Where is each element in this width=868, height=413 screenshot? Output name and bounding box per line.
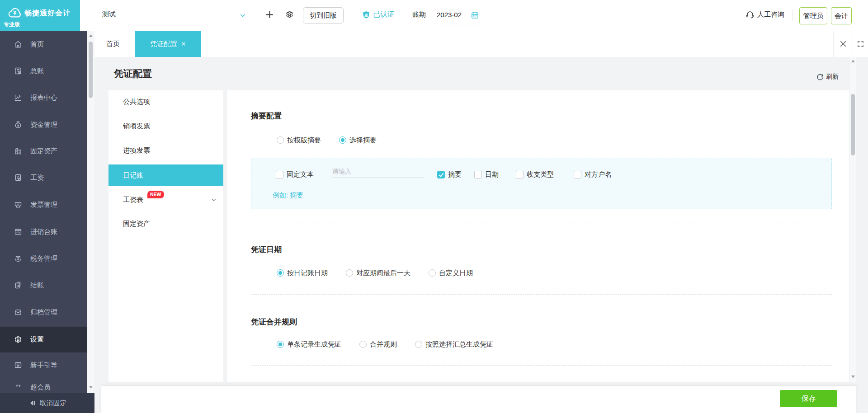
checkbox-date[interactable]: 日期 <box>474 170 499 179</box>
radio-select-summary[interactable]: 选择摘要 <box>339 136 377 145</box>
section-title-voucher-date: 凭证日期 <box>251 244 282 255</box>
scroll-down-arrow[interactable] <box>851 375 855 378</box>
merge-rules-radio-group: 单条记录生成凭证 合并规则 按照选择汇总生成凭证 <box>277 338 493 351</box>
brand-logo-block: 畅捷通好会计 专业版 <box>0 0 80 31</box>
close-icon <box>840 40 847 47</box>
switch-to-old-version-button[interactable]: 切到旧版 <box>303 7 344 23</box>
workspace-name: 测试 <box>102 10 116 19</box>
summary-radio-group: 按模版摘要 选择摘要 <box>277 133 377 147</box>
role-accountant-button[interactable]: 会计 <box>831 7 852 24</box>
sidebar-nav: 首页 总账 报表中心 资金管理 固定资产 工资 发票管理 进销台账 <box>0 31 87 413</box>
add-account-icon[interactable] <box>264 9 275 22</box>
home-icon <box>14 40 23 49</box>
sidebar-item-fixed-assets[interactable]: 固定资产 <box>0 141 87 161</box>
tax-icon <box>14 254 23 263</box>
checkbox-fixed-text[interactable]: 固定文本 <box>276 170 314 179</box>
subnav-item-sales-invoice[interactable]: 销项发票 <box>108 115 223 137</box>
radio-single-record[interactable]: 单条记录生成凭证 <box>277 340 341 349</box>
sidebar-item-beginner-guide[interactable]: 新手引导 <box>0 355 87 375</box>
page-title: 凭证配置 <box>114 67 152 80</box>
header-divider <box>792 9 793 21</box>
radio-journal-date[interactable]: 按日记账日期 <box>277 269 328 277</box>
subnav-item-fixed-assets[interactable]: 固定资产 <box>108 213 223 235</box>
subnav-item-journal[interactable]: 日记账 <box>108 164 223 186</box>
radio-period-last-day[interactable]: 对应期间最后一天 <box>346 269 410 277</box>
save-button[interactable]: 保存 <box>780 390 837 407</box>
sidebar-scroll-thumb[interactable] <box>89 42 93 98</box>
brand-edition: 专业版 <box>4 21 20 28</box>
live-support-link[interactable]: 人工咨询 <box>745 10 784 19</box>
scroll-up-arrow[interactable] <box>89 34 93 37</box>
checkbox-counterparty-name[interactable]: 对方户名 <box>574 170 612 179</box>
headset-icon <box>745 10 755 19</box>
fullscreen-button[interactable] <box>853 31 868 57</box>
sidebar-item-closing[interactable]: 结账 <box>0 275 87 295</box>
account-settings-gear-icon[interactable] <box>285 10 294 21</box>
sidebar-item-report-center[interactable]: 报表中心 <box>0 88 87 108</box>
new-badge: NEW <box>147 191 164 198</box>
unpin-sidebar-button[interactable]: 取消固定 <box>0 393 94 413</box>
config-subnav: 公共选项 销项发票 进项发票 日记账 工资表 NEW 固定资产 <box>108 90 223 382</box>
tab-bar: 首页 凭证配置 <box>94 31 868 57</box>
brand-name: 畅捷通好会计 <box>24 9 71 18</box>
voucher-config-panel: 摘要配置 按模版摘要 选择摘要 固定文本 摘要 日期 收支类型 对方户名 例如:… <box>227 90 849 382</box>
checkbox-summary[interactable]: 摘要 <box>437 170 462 179</box>
content-scrollbar <box>849 57 856 382</box>
subnav-item-common-options[interactable]: 公共选项 <box>108 91 223 113</box>
sidebar-item-funds[interactable]: 资金管理 <box>0 115 87 135</box>
salary-doc-icon <box>14 173 23 182</box>
summary-options-box: 固定文本 摘要 日期 收支类型 对方户名 例如: 摘要 <box>251 159 832 209</box>
subnav-item-purchase-invoice[interactable]: 进项发票 <box>108 140 223 161</box>
sidebar-item-invoice-mgmt[interactable]: 发票管理 <box>0 195 87 215</box>
fixed-text-input[interactable] <box>332 164 424 178</box>
content-scroll-thumb[interactable] <box>851 94 855 155</box>
section-divider <box>251 222 832 222</box>
archive-icon <box>14 308 23 317</box>
sidebar-item-home[interactable]: 首页 <box>0 34 87 54</box>
refresh-button[interactable]: 刷新 <box>816 73 839 81</box>
chevron-down-icon[interactable] <box>211 197 217 203</box>
summary-example-text: 例如: 摘要 <box>273 191 303 200</box>
fullscreen-icon <box>857 41 864 47</box>
section-title-summary: 摘要配置 <box>251 111 282 121</box>
sidebar-item-tax-mgmt[interactable]: 税务管理 <box>0 249 87 268</box>
close-page-button[interactable] <box>833 31 853 57</box>
tab-close-icon[interactable] <box>181 42 186 46</box>
sidebar-item-settings[interactable]: 设置 <box>0 327 87 352</box>
scroll-up-arrow[interactable] <box>851 60 855 62</box>
role-admin-button[interactable]: 管理员 <box>799 7 827 24</box>
quotes-icon <box>14 383 23 392</box>
section-divider <box>251 365 832 366</box>
calendar-icon[interactable] <box>471 11 479 21</box>
certified-badge[interactable]: 企 已认证 <box>362 10 395 19</box>
building-icon <box>14 146 23 155</box>
radio-custom-date[interactable]: 自定义日期 <box>429 269 473 277</box>
sidebar-item-general-ledger[interactable]: 总账 <box>0 61 87 81</box>
live-support-label: 人工咨询 <box>757 10 784 19</box>
radio-summarize-selected[interactable]: 按照选择汇总生成凭证 <box>415 340 493 349</box>
refresh-icon <box>816 73 824 80</box>
tab-home[interactable]: 首页 <box>106 31 120 57</box>
checkbox-income-expense-type[interactable]: 收支类型 <box>516 170 554 179</box>
radio-merge-rule[interactable]: 合并规则 <box>359 340 397 349</box>
svg-text:企: 企 <box>364 13 368 17</box>
sidebar-item-trade-ledger[interactable]: 进销台账 <box>0 222 87 242</box>
workspace-selector[interactable]: 测试 <box>101 5 249 25</box>
action-footer: 保存 <box>101 386 856 413</box>
period-selector[interactable]: 2023-02 <box>435 6 480 25</box>
sidebar-scrollbar <box>87 31 94 393</box>
video-guide-icon <box>14 361 23 370</box>
scroll-down-arrow[interactable] <box>89 386 93 389</box>
period-value: 2023-02 <box>437 11 462 19</box>
tab-voucher-config[interactable]: 凭证配置 <box>135 31 201 57</box>
voucher-date-radio-group: 按日记账日期 对应期间最后一天 自定义日期 <box>277 266 473 280</box>
app-window: 畅捷通好会计 专业版 测试 切到旧版 企 已认证 账期 2023-02 <box>0 0 868 413</box>
trade-ledger-icon <box>14 227 23 236</box>
sidebar-item-archive[interactable]: 归档管理 <box>0 302 87 322</box>
radio-template-summary[interactable]: 按模版摘要 <box>277 136 321 145</box>
top-header: 畅捷通好会计 专业版 测试 切到旧版 企 已认证 账期 2023-02 <box>0 0 868 31</box>
sidebar-item-salary[interactable]: 工资 <box>0 168 87 188</box>
subnav-item-salary-sheet[interactable]: 工资表 NEW <box>108 189 223 211</box>
certified-label: 已认证 <box>373 10 395 19</box>
chevron-down-icon[interactable] <box>239 12 246 21</box>
